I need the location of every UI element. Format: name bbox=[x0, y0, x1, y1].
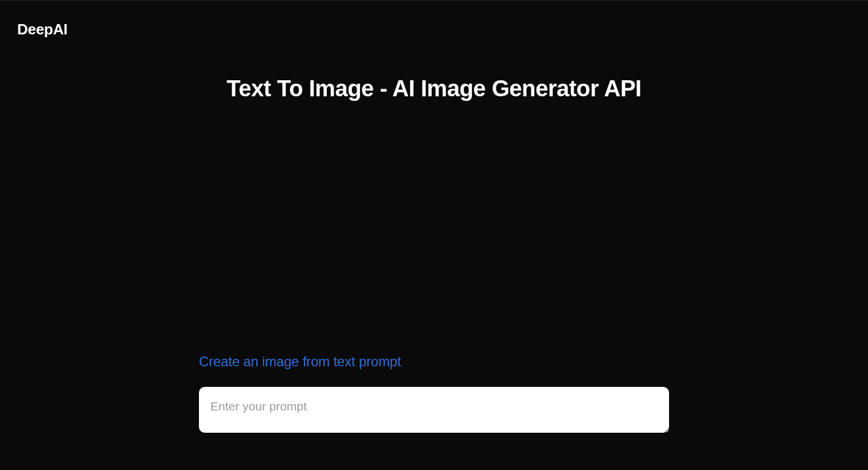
subtitle: Create an image from text prompt bbox=[199, 354, 669, 370]
header: DeepAI bbox=[0, 1, 868, 58]
logo[interactable]: DeepAI bbox=[17, 21, 851, 38]
page-title: Text To Image - AI Image Generator API bbox=[226, 76, 641, 101]
prompt-input[interactable] bbox=[199, 387, 669, 433]
prompt-section: Create an image from text prompt bbox=[199, 354, 669, 435]
main-content: Text To Image - AI Image Generator API C… bbox=[0, 58, 868, 435]
